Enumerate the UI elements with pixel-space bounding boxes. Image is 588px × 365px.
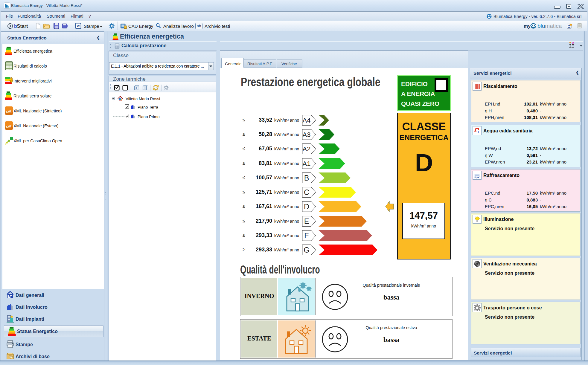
svg-text:W: W: [76, 24, 80, 28]
svg-text:A1: A1: [303, 160, 311, 167]
svg-text:A3: A3: [303, 131, 311, 138]
svg-text:F: F: [304, 231, 309, 239]
svg-text:G: G: [304, 245, 309, 254]
svg-text:E: E: [304, 217, 309, 225]
svg-text:A4: A4: [303, 117, 311, 124]
svg-text:C: C: [304, 188, 309, 196]
svg-text:A2: A2: [303, 145, 311, 153]
svg-text:D: D: [304, 202, 309, 211]
svg-text:B: B: [304, 173, 309, 182]
